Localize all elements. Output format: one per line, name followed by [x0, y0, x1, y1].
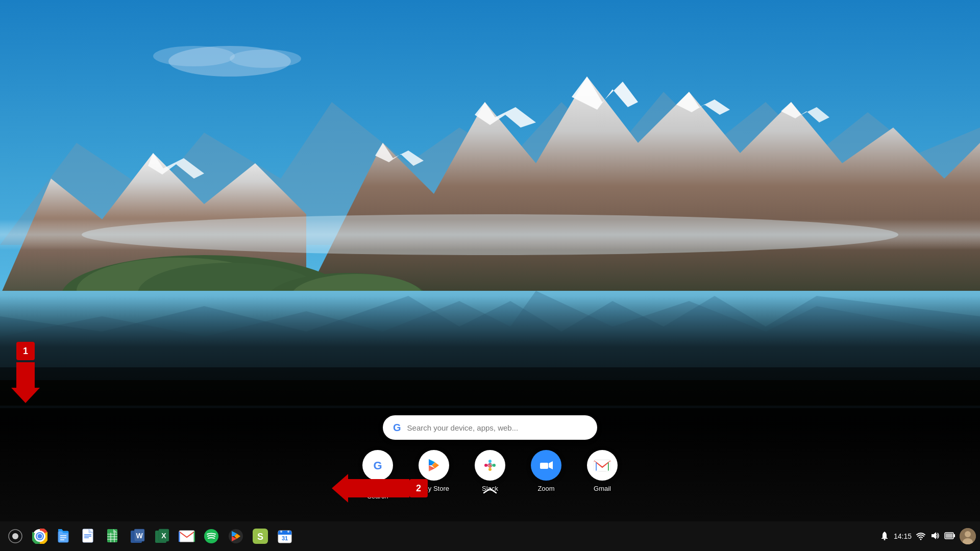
annotation-arrow-1: 1 — [11, 342, 40, 403]
zoom-icon — [531, 450, 561, 481]
slack-icon: S — [475, 450, 505, 481]
taskbar-gmail[interactable] — [176, 525, 198, 547]
svg-rect-67 — [107, 529, 117, 542]
svg-text:W: W — [136, 532, 143, 540]
annotation-number-1: 1 — [16, 342, 35, 360]
svg-rect-103 — [953, 534, 955, 537]
system-clock[interactable]: 14:15 — [894, 532, 912, 540]
taskbar-spotify[interactable] — [200, 525, 223, 547]
launcher-app-zoom[interactable]: Zoom — [526, 450, 567, 492]
search-input[interactable] — [407, 423, 587, 432]
svg-point-100 — [920, 538, 922, 540]
svg-point-50 — [12, 533, 18, 539]
launcher-chevron[interactable] — [482, 486, 498, 496]
svg-text:S: S — [488, 463, 492, 468]
svg-text:31: 31 — [282, 535, 288, 541]
svg-rect-82 — [179, 531, 194, 542]
taskbar-chrome[interactable] — [29, 525, 51, 547]
svg-point-106 — [965, 531, 971, 537]
volume-icon[interactable] — [930, 531, 940, 542]
annotation-arrow-2: 2 — [332, 474, 432, 503]
taskbar: W X — [0, 521, 980, 551]
network-icon[interactable] — [916, 531, 926, 542]
svg-point-85 — [204, 529, 218, 543]
svg-point-99 — [884, 539, 885, 540]
zoom-label: Zoom — [537, 485, 554, 492]
gmail-label: Gmail — [594, 485, 611, 492]
taskbar-play-store[interactable] — [225, 525, 247, 547]
taskbar-microsoft-word[interactable]: W — [127, 525, 149, 547]
svg-point-54 — [38, 534, 42, 539]
annotation-number-2: 2 — [409, 479, 428, 497]
svg-text:G: G — [373, 459, 382, 472]
svg-point-97 — [280, 531, 282, 533]
svg-rect-95 — [278, 533, 291, 535]
launcher-app-gmail[interactable]: Gmail — [582, 450, 623, 492]
svg-point-2 — [153, 46, 235, 66]
taskbar-google-calendar[interactable]: 31 — [274, 525, 296, 547]
taskbar-microsoft-excel[interactable]: X — [151, 525, 174, 547]
svg-point-14 — [82, 214, 898, 255]
taskbar-google-docs[interactable] — [78, 525, 100, 547]
svg-text:S: S — [257, 532, 263, 542]
svg-marker-101 — [932, 532, 936, 539]
svg-text:X: X — [161, 532, 166, 540]
svg-point-98 — [287, 531, 289, 533]
svg-rect-35 — [493, 464, 496, 467]
taskbar-google-sheets[interactable] — [102, 525, 125, 547]
svg-point-3 — [230, 49, 301, 68]
svg-rect-104 — [946, 533, 953, 538]
google-logo: G — [393, 422, 401, 434]
notification-icon[interactable] — [879, 531, 890, 542]
taskbar-apps: W X — [4, 525, 296, 547]
taskbar-shopify[interactable]: S — [249, 525, 272, 547]
svg-rect-62 — [83, 529, 89, 542]
user-avatar[interactable] — [960, 528, 976, 544]
search-bar[interactable]: G — [383, 415, 597, 440]
gmail-icon — [587, 450, 618, 481]
battery-icon[interactable] — [944, 532, 955, 541]
taskbar-files[interactable] — [53, 525, 76, 547]
system-tray: 14:15 — [879, 528, 976, 544]
svg-rect-33 — [484, 464, 487, 467]
svg-rect-44 — [540, 463, 548, 469]
taskbar-launcher-button[interactable] — [4, 525, 27, 547]
